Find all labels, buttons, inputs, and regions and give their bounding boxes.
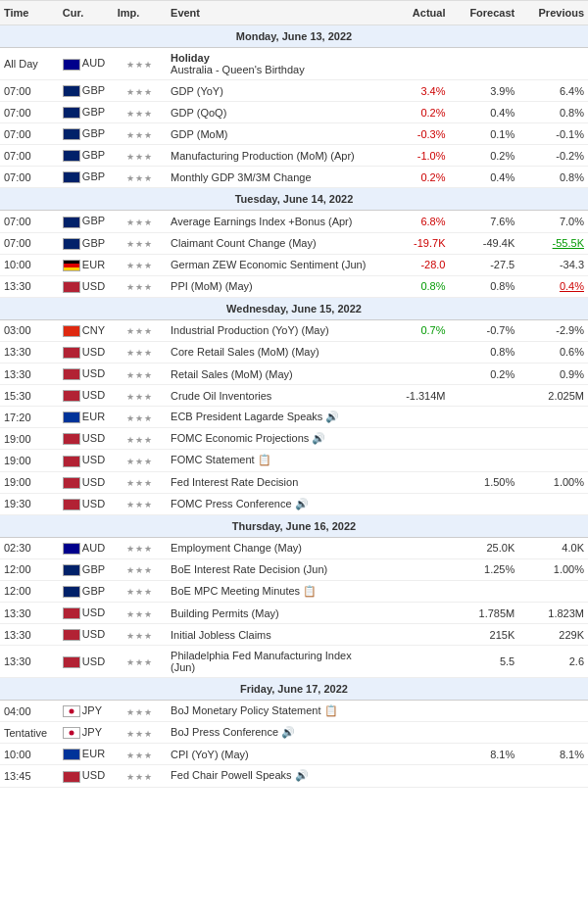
currency-code: USD bbox=[82, 655, 105, 667]
row-importance: ★★★ bbox=[114, 765, 167, 787]
table-row: All DayAUD★★★HolidayAustralia - Queen's … bbox=[0, 48, 588, 80]
flag-us bbox=[63, 456, 80, 467]
row-time: 13:30 bbox=[0, 364, 59, 385]
importance-stars: ★★★ bbox=[126, 370, 153, 380]
row-currency: GBP bbox=[59, 80, 114, 102]
table-row: 02:30AUD★★★Employment Change (May)25.0K4… bbox=[0, 537, 588, 558]
table-row: 07:00GBP★★★GDP (QoQ)0.2%0.4%0.8% bbox=[0, 102, 588, 123]
row-time: 12:00 bbox=[0, 558, 59, 580]
importance-stars: ★★★ bbox=[126, 326, 153, 336]
row-currency: USD bbox=[59, 646, 114, 678]
row-time: 07:00 bbox=[0, 145, 59, 167]
table-row: 04:00JPY★★★BoJ Monetary Policy Statement… bbox=[0, 701, 588, 722]
row-importance: ★★★ bbox=[114, 428, 167, 450]
currency-code: USD bbox=[82, 389, 105, 401]
row-currency: GBP bbox=[59, 558, 114, 580]
importance-stars: ★★★ bbox=[126, 282, 153, 292]
currency-code: USD bbox=[82, 606, 105, 618]
row-forecast: -49.4K bbox=[449, 232, 518, 254]
currency-code: USD bbox=[82, 454, 105, 465]
row-actual: -1.0% bbox=[380, 145, 450, 167]
row-currency: USD bbox=[59, 471, 114, 493]
currency-code: GBP bbox=[82, 215, 105, 226]
row-previous: 1.00% bbox=[518, 471, 588, 493]
header-forecast: Forecast bbox=[449, 1, 518, 25]
row-time: 17:20 bbox=[0, 407, 59, 428]
row-time: 07:00 bbox=[0, 123, 59, 145]
row-forecast: 0.8% bbox=[449, 275, 518, 297]
importance-stars: ★★★ bbox=[126, 130, 153, 140]
row-actual: 0.7% bbox=[380, 319, 450, 341]
currency-code: GBP bbox=[82, 84, 105, 96]
flag-gb bbox=[63, 171, 80, 183]
row-forecast bbox=[449, 407, 518, 428]
row-time: 02:30 bbox=[0, 537, 59, 558]
table-row: 12:00GBP★★★BoE Interest Rate Decision (J… bbox=[0, 558, 588, 580]
row-forecast: 8.1% bbox=[449, 744, 518, 765]
row-forecast: 3.9% bbox=[449, 80, 518, 102]
flag-eu bbox=[63, 749, 80, 760]
row-time: 07:00 bbox=[0, 102, 59, 123]
importance-stars: ★★★ bbox=[126, 609, 153, 619]
row-event: Manufacturing Production (MoM) (Apr) bbox=[167, 145, 380, 167]
importance-stars: ★★★ bbox=[126, 392, 153, 402]
importance-stars: ★★★ bbox=[126, 239, 153, 249]
currency-code: AUD bbox=[82, 542, 105, 554]
currency-code: USD bbox=[82, 280, 105, 292]
row-currency: AUD bbox=[59, 48, 114, 80]
row-previous: 2.025M bbox=[518, 385, 588, 407]
row-previous: -0.1% bbox=[518, 123, 588, 145]
row-importance: ★★★ bbox=[114, 450, 167, 471]
row-currency: GBP bbox=[59, 211, 114, 232]
row-actual bbox=[380, 537, 450, 558]
row-actual: -28.0 bbox=[380, 254, 450, 275]
flag-us bbox=[63, 368, 80, 380]
row-previous: 7.0% bbox=[518, 211, 588, 232]
row-event: Initial Jobless Claims bbox=[167, 624, 380, 646]
row-currency: GBP bbox=[59, 123, 114, 145]
importance-stars: ★★★ bbox=[126, 657, 153, 667]
currency-code: GBP bbox=[82, 237, 105, 249]
event-detail: Australia - Queen's Birthday bbox=[171, 64, 305, 75]
row-importance: ★★★ bbox=[114, 602, 167, 623]
flag-au bbox=[63, 59, 80, 71]
table-row: 13:30USD★★★Retail Sales (MoM) (May)0.2%0… bbox=[0, 364, 588, 385]
row-previous: 1.823M bbox=[518, 602, 588, 623]
event-label: Holiday bbox=[171, 52, 210, 64]
currency-code: EUR bbox=[82, 748, 105, 759]
table-row: 19:00USD★★★Fed Interest Rate Decision1.5… bbox=[0, 471, 588, 493]
row-importance: ★★★ bbox=[114, 319, 167, 341]
row-event: BoE Interest Rate Decision (Jun) bbox=[167, 558, 380, 580]
row-previous bbox=[518, 765, 588, 787]
row-previous bbox=[518, 722, 588, 744]
section-header-row: Tuesday, June 14, 2022 bbox=[0, 188, 588, 211]
row-currency: CNY bbox=[59, 319, 114, 341]
table-row: 10:00EUR★★★CPI (YoY) (May)8.1%8.1% bbox=[0, 744, 588, 765]
row-time: 07:00 bbox=[0, 80, 59, 102]
row-time: 10:00 bbox=[0, 254, 59, 275]
row-time: 13:30 bbox=[0, 341, 59, 363]
section-title: Tuesday, June 14, 2022 bbox=[0, 188, 588, 211]
row-forecast: -0.7% bbox=[449, 319, 518, 341]
table-row: 13:30USD★★★Core Retail Sales (MoM) (May)… bbox=[0, 341, 588, 363]
flag-jp bbox=[63, 727, 80, 739]
table-row: 13:45USD★★★Fed Chair Powell Speaks 🔊 bbox=[0, 765, 588, 787]
row-forecast: -27.5 bbox=[449, 254, 518, 275]
row-event: Employment Change (May) bbox=[167, 537, 380, 558]
row-event: Fed Chair Powell Speaks 🔊 bbox=[167, 765, 380, 787]
importance-stars: ★★★ bbox=[126, 478, 153, 488]
row-time: 13:30 bbox=[0, 624, 59, 646]
row-event: Philadelphia Fed Manufacturing Index (Ju… bbox=[167, 646, 380, 678]
row-importance: ★★★ bbox=[114, 701, 167, 722]
section-title: Wednesday, June 15, 2022 bbox=[0, 297, 588, 319]
flag-cn bbox=[63, 325, 80, 337]
row-time: 19:00 bbox=[0, 471, 59, 493]
row-forecast: 7.6% bbox=[449, 211, 518, 232]
row-forecast: 0.4% bbox=[449, 102, 518, 123]
row-time: 03:00 bbox=[0, 319, 59, 341]
row-forecast: 0.8% bbox=[449, 341, 518, 363]
currency-code: GBP bbox=[82, 563, 105, 575]
header-currency: Cur. bbox=[59, 1, 114, 25]
flag-us bbox=[63, 390, 80, 402]
row-previous: 0.4% bbox=[518, 275, 588, 297]
